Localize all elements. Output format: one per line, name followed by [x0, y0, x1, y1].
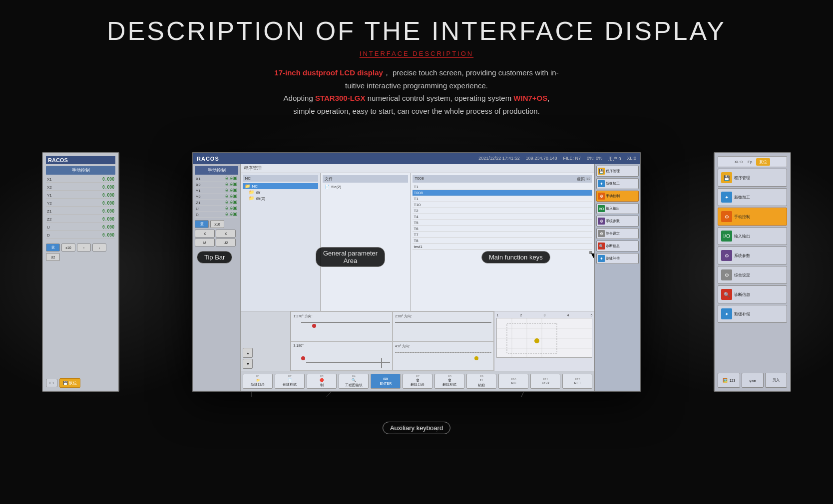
- ui-bottom-funcbar: F1 📁 新建目录 F2 📄 创建程式 F3 🔴 制: [241, 371, 594, 391]
- rw-icon-1: 💾: [721, 172, 732, 183]
- lw-btn-x10[interactable]: x10: [61, 244, 75, 252]
- tree-item-nc[interactable]: 📁NC: [243, 183, 318, 189]
- detail-t10[interactable]: T10: [413, 202, 592, 208]
- fkey-enter[interactable]: ⌨ ENTER: [371, 374, 401, 389]
- detail-t7[interactable]: T7: [413, 232, 592, 238]
- rw-top-btn[interactable]: 复位: [756, 158, 770, 166]
- func-btn-6[interactable]: ⚙ 综合设定: [596, 228, 639, 239]
- rw-btn-3[interactable]: ⚙ 手动控制: [718, 208, 787, 226]
- description-block: 17-inch dustproof LCD display， precise t…: [0, 66, 833, 117]
- grid-ruler: 12345: [496, 313, 592, 317]
- func-icon-1: 💾: [598, 168, 605, 175]
- sidebar-nav-btns2: M U2: [195, 239, 238, 247]
- detail-t1[interactable]: T1: [413, 184, 592, 190]
- rw-btn-6[interactable]: ⚙ 综合设定: [718, 266, 787, 284]
- btn-x[interactable]: X: [195, 230, 215, 238]
- rw-btn-2[interactable]: ✦ 新微加工: [718, 188, 787, 206]
- btn-u2[interactable]: U2: [216, 239, 236, 247]
- lw-btn-arrow2[interactable]: ↓: [92, 244, 106, 252]
- rw-btn-7[interactable]: 🔍 诊断信息: [718, 285, 787, 303]
- rw-bottom-123[interactable]: 🖼️ 123: [718, 373, 740, 388]
- detail-t8[interactable]: T8: [413, 238, 592, 244]
- sidebar-nav-btns: X X: [195, 230, 238, 238]
- quadrant-3: 3:180°: [291, 341, 393, 371]
- fkey-f4[interactable]: F4 🔍 工程图输块: [339, 374, 369, 389]
- lw-btn-group: 蓝 x10 ↑ ↓ U2: [46, 244, 115, 261]
- file-item-1[interactable]: 📄file(2): [323, 184, 408, 190]
- btn-x2[interactable]: X: [216, 230, 236, 238]
- func-btn-7[interactable]: 🔍 诊断信息: [596, 241, 639, 252]
- func-icon-5: ⚙: [598, 218, 605, 225]
- ui-panels: NC 📁NC 📁dir 📁dir(2): [241, 173, 594, 311]
- highlight-lcd: 17-inch dustproof LCD display: [274, 68, 383, 77]
- header: DESCRIPTION OF THE INTERFACE DISPLAY INT…: [0, 0, 833, 57]
- detail-t5[interactable]: T5: [413, 220, 592, 226]
- tree-item-dir[interactable]: 📁dir: [243, 189, 318, 195]
- rw-btn-5[interactable]: ⚙ 系统参数: [718, 247, 787, 264]
- fkey-f1[interactable]: F1 📁 新建目录: [243, 374, 273, 389]
- func-btn-4[interactable]: I/O 输入输出: [596, 203, 639, 214]
- detail-t1b[interactable]: T1: [413, 196, 592, 202]
- annotation-aux-keyboard: Auxiliary keyboard: [383, 422, 450, 434]
- func-btn-8[interactable]: ✦ 割缝补偿: [596, 253, 639, 264]
- left-wing-panel: RACOS 手动控制 X10.000 X20.000 Y10.000 Y20.0…: [42, 152, 119, 392]
- rw-btn-8[interactable]: ✦ 割缝补偿: [718, 305, 787, 323]
- fkey-f11[interactable]: F11 USR: [530, 374, 560, 389]
- page-title: DESCRIPTION OF THE INTERFACE DISPLAY: [0, 16, 833, 46]
- lw-btn-arrow1[interactable]: ↑: [77, 244, 91, 252]
- lw-f1[interactable]: F1: [46, 379, 57, 387]
- btn-m[interactable]: M: [195, 239, 215, 247]
- fkey-f8[interactable]: F8 🗑 删除程式: [434, 374, 464, 389]
- detail-scrollbar[interactable]: ▼: [589, 251, 592, 254]
- sim-line-3: [306, 362, 390, 363]
- fkey-f10[interactable]: F10 NC: [498, 374, 528, 389]
- rw-header: XL:0 Fp 复位: [718, 156, 787, 167]
- sim-line-1: [301, 322, 390, 323]
- detail-t4[interactable]: T4: [413, 214, 592, 220]
- fkey-f2[interactable]: F2 📄 创建程式: [275, 374, 305, 389]
- fkey-f12[interactable]: F12 NET: [562, 374, 592, 389]
- rw-btn-1[interactable]: 💾 程序管理: [718, 169, 787, 187]
- func-icon-4: I/O: [598, 205, 605, 212]
- rw-icon-5: ⚙: [721, 250, 732, 261]
- scroll-up[interactable]: ▲: [243, 348, 253, 358]
- scroll-dn[interactable]: ▼: [243, 359, 253, 369]
- topbar-user: 用户:0: [608, 156, 621, 162]
- btn-x10[interactable]: x10: [210, 220, 224, 228]
- highlight-star: STAR300-LGX: [315, 94, 366, 102]
- lw-row-z2: Z20.000: [46, 217, 115, 223]
- file-list-panel: 文件 📄file(2): [321, 173, 411, 311]
- sim-dashed-4: [395, 352, 492, 353]
- func-btn-1[interactable]: 💾 程序管理: [596, 166, 639, 177]
- quadrant-2: 2:00° 方向:: [393, 311, 494, 341]
- detail-t008[interactable]: T008: [413, 190, 592, 196]
- func-btn-5[interactable]: ⚙ 系统参数: [596, 216, 639, 227]
- svg-point-15: [534, 338, 539, 343]
- lw-row-x2: X20.000: [46, 185, 115, 191]
- lw-btn-blue[interactable]: 蓝: [46, 244, 60, 252]
- lw-save-btn[interactable]: 💾恢位: [59, 378, 80, 388]
- detail-t6[interactable]: T6: [413, 226, 592, 232]
- func-icon-7: 🔍: [598, 243, 605, 250]
- sim-line-3v: [381, 358, 382, 368]
- dot-yellow-4: [474, 356, 478, 360]
- detail-t2[interactable]: T2: [413, 208, 592, 214]
- func-btn-3[interactable]: ⚙ 手动控制: [596, 191, 639, 202]
- lw-btn-u2[interactable]: U2: [46, 253, 60, 261]
- detail-test1[interactable]: test1: [413, 244, 592, 250]
- fkey-f3[interactable]: F3 🔴 制: [307, 374, 337, 389]
- rw-icon-7: 🔍: [721, 289, 732, 300]
- row-x2: X20.000: [195, 182, 238, 188]
- sim-line-2: [395, 322, 492, 323]
- rw-bottom-qwe[interactable]: qwe: [742, 373, 764, 388]
- lw-row-y1: Y10.000: [46, 193, 115, 199]
- func-btn-2[interactable]: ✦ 新微加工: [596, 178, 639, 189]
- ui-main: 程序管理 NC 📁NC 📁dir: [241, 164, 594, 391]
- rw-bottom-刃入[interactable]: 刃入: [765, 373, 787, 388]
- rw-btn-4[interactable]: I/O 输入输出: [718, 227, 787, 245]
- fkey-f9[interactable]: F9 ✂ 粘贴: [466, 374, 496, 389]
- tree-item-dir2[interactable]: 📁dir(2): [243, 195, 318, 201]
- fkey-f7[interactable]: F7 🗑 删除目录: [403, 374, 432, 389]
- topbar-datetime: 2021/12/22 17:41:52: [478, 156, 520, 162]
- btn-blue[interactable]: 蓝: [195, 220, 209, 228]
